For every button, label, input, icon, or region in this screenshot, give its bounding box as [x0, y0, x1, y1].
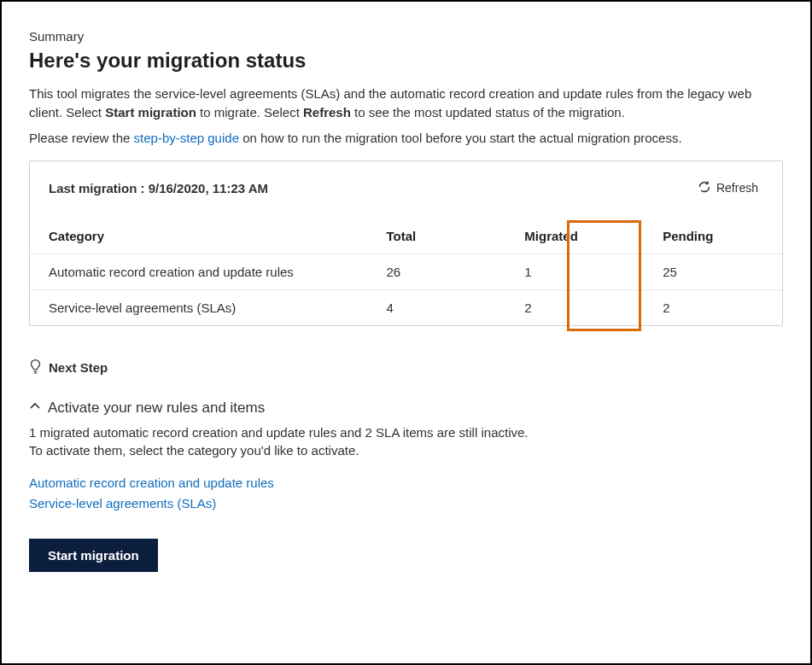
page-title: Here's your migration status [29, 49, 783, 73]
cell-total: 4 [368, 289, 506, 325]
category-link-list: Automatic record creation and update rul… [29, 474, 783, 513]
col-header-migrated: Migrated [505, 219, 644, 254]
col-header-total: Total [368, 219, 506, 254]
activate-rules-line1: 1 migrated automatic record creation and… [29, 423, 783, 442]
next-step-heading: Next Step [29, 359, 783, 377]
start-migration-label: Start migration [48, 548, 139, 563]
refresh-button-label: Refresh [716, 181, 758, 195]
summary-label: Summary [29, 29, 783, 44]
guide-post: on how to run the migration tool before … [239, 131, 682, 145]
sla-link[interactable]: Service-level agreements (SLAs) [29, 496, 216, 510]
guide-text: Please review the step-by-step guide on … [29, 131, 783, 145]
cell-pending: 25 [644, 254, 782, 289]
arc-rules-link[interactable]: Automatic record creation and update rul… [29, 475, 274, 490]
step-by-step-guide-link[interactable]: step-by-step guide [134, 131, 239, 145]
activate-rules-toggle[interactable]: Activate your new rules and items [29, 400, 265, 417]
next-step-label: Next Step [49, 360, 108, 375]
migration-status-card: Last migration : 9/16/2020, 11:23 AM Ref… [29, 160, 783, 326]
col-header-category: Category [30, 219, 368, 254]
cell-migrated: 1 [505, 254, 644, 289]
description-mid: to migrate. Select [196, 105, 303, 120]
cell-pending: 2 [644, 289, 782, 325]
col-header-pending: Pending [644, 219, 782, 254]
cell-total: 26 [368, 254, 506, 289]
refresh-icon [698, 180, 711, 196]
activate-rules-body: 1 migrated automatic record creation and… [29, 423, 783, 513]
card-header: Last migration : 9/16/2020, 11:23 AM Ref… [30, 161, 782, 207]
start-migration-button[interactable]: Start migration [29, 539, 158, 572]
activate-rules-section: Activate your new rules and items 1 migr… [29, 400, 783, 513]
chevron-up-icon [29, 400, 41, 417]
description-bold-start-migration: Start migration [105, 105, 196, 120]
guide-pre: Please review the [29, 131, 134, 145]
migration-summary-page: Summary Here's your migration status Thi… [0, 0, 812, 665]
cell-migrated: 2 [505, 289, 644, 325]
lightbulb-icon [29, 359, 42, 377]
table-row: Automatic record creation and update rul… [30, 254, 782, 289]
description-bold-refresh: Refresh [303, 105, 351, 120]
table-header-row: Category Total Migrated Pending [30, 219, 782, 254]
activate-rules-line2: To activate them, select the category yo… [29, 441, 783, 460]
description-post: to see the most updated status of the mi… [351, 105, 625, 120]
last-migration-label: Last migration : 9/16/2020, 11:23 AM [49, 181, 268, 195]
activate-rules-title: Activate your new rules and items [48, 400, 265, 417]
migration-status-table: Category Total Migrated Pending Automati… [30, 219, 782, 325]
refresh-button[interactable]: Refresh [692, 177, 763, 200]
cell-category: Automatic record creation and update rul… [30, 254, 368, 289]
description-text: This tool migrates the service-level agr… [29, 85, 783, 122]
cell-category: Service-level agreements (SLAs) [30, 289, 368, 325]
table-row: Service-level agreements (SLAs) 4 2 2 [30, 289, 782, 325]
